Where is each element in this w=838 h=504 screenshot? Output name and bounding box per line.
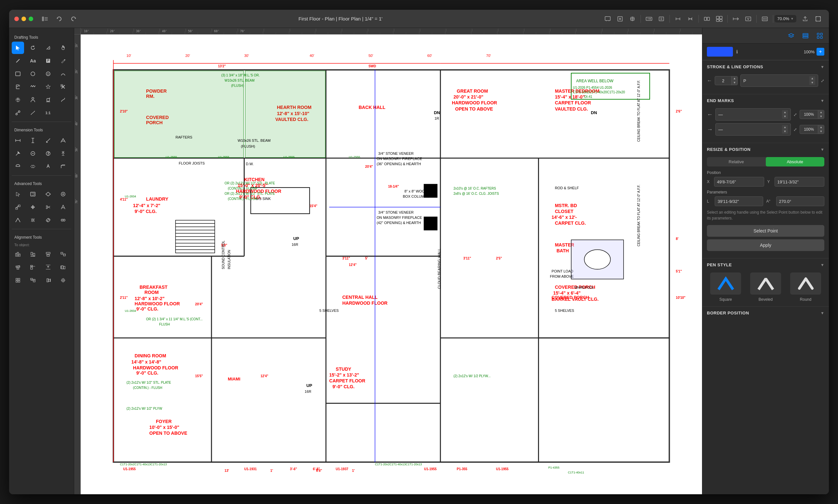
text-tool[interactable]: Aa [27, 55, 39, 67]
pen-style-square[interactable]: Square [707, 272, 744, 302]
endmarks-section-header[interactable]: END MARKS ▼ [702, 94, 829, 106]
align-tool3[interactable] [42, 248, 54, 260]
adv-tool9[interactable] [12, 214, 24, 226]
color-swatch[interactable] [707, 47, 733, 57]
dim-tool7[interactable] [42, 147, 54, 160]
zoom-dropdown-icon[interactable]: ▼ [790, 17, 794, 20]
y-input[interactable] [775, 178, 825, 186]
stroke-down-button[interactable]: ▼ [732, 80, 737, 85]
toolbar-icon-6[interactable] [673, 13, 683, 24]
line-tool[interactable] [12, 55, 24, 67]
resize-section-header[interactable]: RESIZE & POSITION ▼ [702, 143, 829, 155]
endmark-left-up[interactable]: ▲ [782, 110, 788, 114]
endmark-left-down[interactable]: ▼ [782, 114, 788, 119]
relative-button[interactable]: Relative [707, 157, 766, 166]
dim-tool6[interactable] [27, 147, 39, 160]
align-bar-chart[interactable] [12, 248, 24, 260]
node-tool[interactable] [12, 107, 24, 119]
toolbar-icon-2[interactable] [614, 13, 626, 24]
select-tool[interactable] [12, 42, 24, 54]
dim-tool4[interactable] [57, 134, 69, 147]
align-tool5[interactable] [12, 261, 24, 273]
zigzag-tool[interactable] [27, 80, 39, 93]
adv-tool3[interactable] [42, 188, 54, 200]
adv-link[interactable] [42, 214, 54, 226]
stroke-section-header[interactable]: STROKE & LINE OPTIONS ▼ [702, 60, 829, 72]
endmark-left-pct-input[interactable] [800, 111, 818, 118]
measure-tool[interactable]: 1:1 [42, 107, 54, 119]
adv-tool5[interactable] [12, 201, 24, 213]
endmark-right-selector[interactable]: — ▲ ▼ [715, 123, 791, 136]
pen-style-header[interactable]: PEN STYLE ▼ [702, 258, 829, 270]
dim-tool5[interactable] [12, 147, 24, 160]
endmark-right-stepper[interactable]: ▲ ▼ [782, 125, 788, 133]
toolbar-icon-4[interactable] [643, 13, 655, 24]
undo-button[interactable] [54, 14, 65, 24]
canvas-area[interactable]: | 10' 20' 30' 40' 50' 60' [74, 28, 702, 494]
toolbar-icon-7[interactable] [685, 13, 696, 24]
adv-scissor[interactable] [42, 201, 54, 213]
grid-icon-btn[interactable] [815, 31, 825, 41]
stroke-style-selector[interactable]: P ▲ ▼ [741, 74, 818, 87]
endmark-left-pct-stepper[interactable]: ▲ ▼ [800, 110, 824, 119]
stroke-width-input[interactable] [715, 77, 731, 85]
toolbar-icon-1[interactable] [602, 13, 613, 24]
share-button[interactable] [800, 13, 811, 24]
layers-icon-btn[interactable] [786, 31, 796, 41]
stroke-style-up[interactable]: ▲ [809, 76, 815, 80]
add-color-button[interactable]: + [817, 48, 824, 56]
endmark-right-down[interactable]: ▼ [782, 129, 788, 133]
slice-tool[interactable] [42, 42, 54, 54]
select-point-button[interactable]: Select Point [707, 225, 824, 237]
stroke-style-down[interactable]: ▼ [809, 80, 815, 85]
fullscreen-button[interactable] [813, 13, 824, 24]
zoom-control[interactable]: 70.0% ▼ [774, 15, 796, 22]
toolbar-icon-9[interactable] [714, 13, 725, 24]
spline-tool[interactable] [27, 107, 39, 119]
dim-tool10[interactable] [27, 160, 39, 173]
l-input[interactable] [715, 197, 763, 206]
l-input-group[interactable]: ▲ ▼ [715, 196, 763, 206]
align-tool9[interactable] [12, 274, 24, 286]
info-icon[interactable]: ℹ [736, 49, 738, 54]
align-tool12[interactable] [57, 274, 69, 286]
adv-tool4[interactable] [57, 188, 69, 200]
endmark-right-expand[interactable]: ⤢ [794, 127, 797, 132]
toolbar-icon-12[interactable] [759, 13, 770, 24]
circle-tool[interactable] [27, 68, 39, 80]
redo-button[interactable] [68, 14, 79, 24]
dim-horizontal[interactable] [12, 134, 24, 147]
erase-tool[interactable] [42, 94, 54, 106]
pen-style-round[interactable]: Round [787, 272, 824, 302]
stroke-up-button[interactable]: ▲ [732, 76, 737, 80]
anchor-tool[interactable] [12, 94, 24, 106]
symbol-tool[interactable]: D [42, 68, 54, 80]
align-tool10[interactable] [27, 274, 39, 286]
endmark-right-pct-up[interactable]: ▲ [818, 125, 824, 129]
cross-tool[interactable] [57, 80, 69, 93]
dim-angled[interactable] [42, 134, 54, 147]
toolbar-icon-11[interactable] [743, 13, 754, 24]
adv-tool12[interactable] [57, 214, 69, 226]
toolbar-icon-3[interactable] [627, 13, 638, 24]
stroke-width-stepper[interactable]: ▲ ▼ [715, 76, 738, 85]
align-tool2[interactable] [27, 248, 39, 260]
align-tool8[interactable] [57, 261, 69, 273]
border-section-header[interactable]: BORDER POSITION ▼ [702, 307, 829, 318]
rotate-tool[interactable] [27, 42, 39, 54]
align-tool11[interactable] [42, 274, 54, 286]
align-tool4[interactable] [57, 248, 69, 260]
toolbar-icon-8[interactable] [701, 13, 712, 24]
dim-tool11[interactable] [42, 160, 54, 173]
pencil-tool[interactable] [57, 55, 69, 67]
stroke-style-stepper[interactable]: ▲ ▼ [809, 76, 815, 85]
dim-tool8[interactable] [57, 147, 69, 160]
hand-tool[interactable] [57, 42, 69, 54]
x-input[interactable] [714, 178, 764, 186]
apply-button[interactable]: Apply [707, 239, 824, 251]
adv-tool10[interactable] [27, 214, 39, 226]
endmark-left-pct-up[interactable]: ▲ [818, 110, 824, 114]
x-input-group[interactable]: ▲ ▼ [714, 177, 764, 187]
angle-input-group[interactable]: ▲ ▼ [776, 196, 825, 206]
stack-icon-btn[interactable] [800, 31, 811, 41]
